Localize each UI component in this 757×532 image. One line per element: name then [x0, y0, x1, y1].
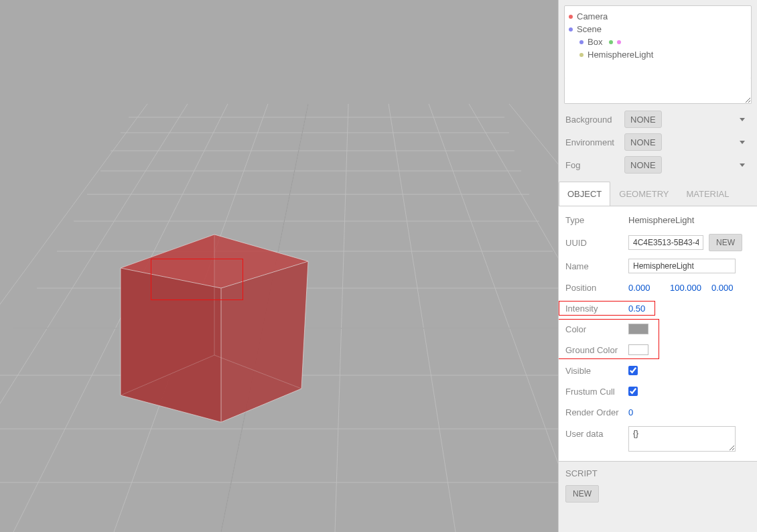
uuid-new-button[interactable]: NEW — [709, 234, 742, 251]
type-label: Type — [565, 215, 623, 225]
box-mesh — [121, 235, 308, 422]
type-value: HemisphereLight — [628, 215, 694, 225]
render-order-input[interactable] — [628, 407, 655, 417]
name-label: Name — [565, 261, 623, 271]
material-dot-icon — [617, 40, 621, 44]
background-label: Background — [565, 115, 619, 125]
svg-line-9 — [509, 104, 558, 532]
background-select[interactable]: NONE — [624, 111, 662, 128]
position-z-input[interactable] — [711, 283, 748, 293]
tree-label: HemisphereLight — [588, 50, 653, 60]
intensity-label: Intensity — [565, 304, 623, 314]
type-dot-icon — [579, 53, 583, 57]
tree-label: Camera — [577, 11, 608, 21]
ground-color-label: Ground Color — [565, 345, 623, 355]
script-section: SCRIPT NEW — [559, 462, 757, 509]
svg-marker-27 — [221, 261, 308, 422]
user-data-label: User data — [565, 426, 623, 439]
side-panel: Camera Scene Box HemisphereLight — [558, 0, 757, 532]
color-label: Color — [565, 324, 623, 334]
inspector-tabs: OBJECT GEOMETRY MATERIAL — [559, 182, 757, 206]
intensity-input[interactable] — [628, 304, 655, 314]
script-new-button[interactable]: NEW — [565, 485, 599, 503]
outliner-resize-area[interactable] — [564, 78, 752, 104]
environment-select[interactable]: NONE — [624, 133, 662, 151]
visible-label: Visible — [565, 366, 623, 376]
geometry-dot-icon — [609, 40, 613, 44]
svg-line-5 — [335, 104, 348, 532]
visible-checkbox[interactable] — [628, 366, 638, 375]
svg-line-8 — [469, 104, 558, 532]
frustum-cull-label: Frustum Cull — [565, 387, 623, 397]
tree-label: Scene — [577, 24, 602, 34]
tree-item-hemisphere-light[interactable]: HemisphereLight — [569, 48, 747, 61]
user-data-textarea[interactable] — [628, 426, 736, 452]
tree-item-camera[interactable]: Camera — [569, 10, 747, 23]
fog-select[interactable]: NONE — [624, 156, 662, 174]
environment-label: Environment — [565, 137, 619, 147]
type-dot-icon — [569, 15, 573, 19]
ground-color-swatch[interactable] — [628, 344, 648, 355]
position-y-input[interactable] — [670, 283, 706, 293]
app-root: Camera Scene Box HemisphereLight — [0, 0, 757, 532]
svg-line-7 — [429, 104, 558, 532]
tab-geometry[interactable]: GEOMETRY — [610, 182, 677, 206]
name-field[interactable] — [628, 259, 736, 273]
fog-label: Fog — [565, 160, 619, 170]
position-label: Position — [565, 283, 623, 293]
outliner-section: Camera Scene Box HemisphereLight — [559, 0, 757, 104]
scene-svg — [0, 0, 558, 532]
color-swatch[interactable] — [628, 324, 648, 334]
tab-object[interactable]: OBJECT — [559, 182, 610, 206]
tree-label: Box — [588, 37, 602, 47]
uuid-field[interactable] — [628, 235, 703, 250]
position-x-input[interactable] — [628, 283, 665, 293]
tree-item-box[interactable]: Box — [569, 36, 747, 48]
tab-material[interactable]: MATERIAL — [677, 182, 738, 206]
svg-line-6 — [389, 104, 456, 532]
uuid-label: UUID — [565, 238, 623, 248]
scene-settings: Background NONE Environment NONE Fog — [559, 104, 757, 178]
render-order-label: Render Order — [565, 407, 623, 417]
script-header: SCRIPT — [565, 468, 750, 478]
viewport-3d[interactable] — [0, 0, 558, 532]
type-dot-icon — [569, 27, 573, 31]
object-properties: Type HemisphereLight UUID NEW Name Posit… — [559, 206, 757, 462]
type-dot-icon — [579, 40, 583, 44]
outliner[interactable]: Camera Scene Box HemisphereLight — [564, 5, 752, 79]
frustum-cull-checkbox[interactable] — [628, 387, 638, 396]
tree-item-scene[interactable]: Scene — [569, 23, 747, 36]
